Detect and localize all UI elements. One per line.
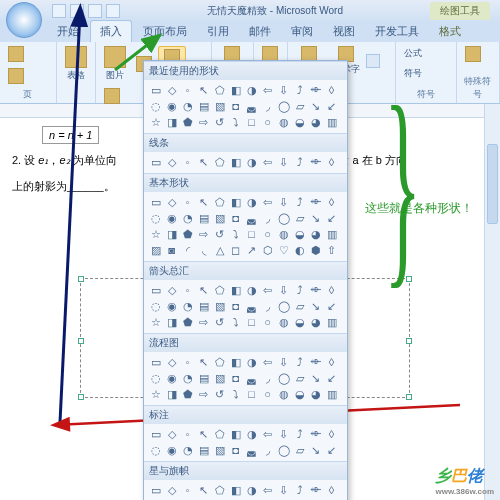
shape-item[interactable]: ◇ [164,283,179,298]
contextual-tab-label[interactable]: 绘图工具 [430,2,490,20]
shape-item[interactable]: ◒ [292,387,307,402]
shape-item[interactable]: ⤴ [292,155,307,170]
shape-item[interactable]: □ [244,387,259,402]
shape-item[interactable]: ◔ [180,211,195,226]
shape-item[interactable]: ◯ [276,371,291,386]
shape-item[interactable]: ↘ [308,371,323,386]
shape-item[interactable]: ⇩ [276,83,291,98]
shape-item[interactable]: ◍ [276,387,291,402]
shape-item[interactable]: ◍ [276,115,291,130]
shape-item[interactable]: ◜ [180,243,195,258]
shape-item[interactable]: ◯ [276,299,291,314]
shape-item[interactable]: ⇦ [260,483,275,498]
shape-item[interactable]: ○ [260,387,275,402]
shape-item[interactable]: ◍ [276,315,291,330]
cover-page-button[interactable] [4,44,28,64]
shape-item[interactable]: ◑ [244,283,259,298]
shape-item[interactable]: ◊ [324,195,339,210]
shape-item[interactable]: ▱ [292,443,307,458]
shape-item[interactable]: ◨ [164,115,179,130]
resize-handle[interactable] [406,338,412,344]
shape-item[interactable]: ○ [260,115,275,130]
shape-item[interactable]: ◌ [148,443,163,458]
shape-item[interactable]: ⤴ [292,83,307,98]
shape-item[interactable]: ◟ [196,243,211,258]
shape-item[interactable]: ◘ [228,99,243,114]
shape-item[interactable]: ◉ [164,99,179,114]
shape-item[interactable]: ◘ [228,299,243,314]
shape-item[interactable]: ◨ [164,315,179,330]
qat-redo-icon[interactable] [88,4,102,18]
shape-item[interactable]: ◕ [308,227,323,242]
shape-item[interactable]: ▱ [292,211,307,226]
shape-item[interactable]: ◊ [324,83,339,98]
shape-item[interactable]: ▥ [324,227,339,242]
shape-item[interactable]: ◌ [148,299,163,314]
qat-undo-icon[interactable] [70,4,84,18]
shape-item[interactable]: ▭ [148,427,163,442]
scrollbar-thumb[interactable] [487,144,498,224]
shape-item[interactable]: ⇩ [276,483,291,498]
tab-mailings[interactable]: 邮件 [240,21,280,42]
tab-layout[interactable]: 页面布局 [134,21,196,42]
tab-developer[interactable]: 开发工具 [366,21,428,42]
shape-item[interactable]: ☆ [148,387,163,402]
shape-item[interactable]: ◒ [292,115,307,130]
shape-item[interactable]: ▭ [148,283,163,298]
shape-item[interactable]: ◛ [244,299,259,314]
shape-item[interactable]: ◑ [244,155,259,170]
shape-item[interactable]: ◧ [228,483,243,498]
shape-item[interactable]: ⤴ [292,283,307,298]
shape-item[interactable]: ◛ [244,371,259,386]
shape-item[interactable]: ▨ [148,243,163,258]
shape-item[interactable]: ◊ [324,427,339,442]
shape-item[interactable]: ◦ [180,427,195,442]
shape-item[interactable]: ⬡ [260,243,275,258]
shape-item[interactable]: ◑ [244,483,259,498]
shape-item[interactable]: ◞ [260,299,275,314]
shape-item[interactable]: ↖ [196,483,211,498]
shape-item[interactable]: ▧ [212,443,227,458]
shape-item[interactable]: ↙ [324,371,339,386]
shape-item[interactable]: ◇ [164,83,179,98]
vertical-scrollbar[interactable] [484,104,500,500]
shape-item[interactable]: ◉ [164,443,179,458]
shape-item[interactable]: ⬲ [308,195,323,210]
shape-item[interactable]: ▱ [292,299,307,314]
resize-handle[interactable] [78,338,84,344]
shape-item[interactable]: ▤ [196,443,211,458]
qat-more-icon[interactable] [106,4,120,18]
shape-item[interactable]: ⇦ [260,283,275,298]
shape-item[interactable]: ⤵ [228,315,243,330]
shape-item[interactable]: ⬠ [212,483,227,498]
shape-item[interactable]: ◨ [164,227,179,242]
shape-item[interactable]: ◇ [164,483,179,498]
shape-item[interactable]: ↘ [308,299,323,314]
blank-page-button[interactable] [4,66,28,86]
resize-handle[interactable] [406,276,412,282]
shape-item[interactable]: ◔ [180,371,195,386]
shape-item[interactable]: ▤ [196,371,211,386]
shape-item[interactable]: ⬲ [308,427,323,442]
shape-item[interactable]: ↖ [196,155,211,170]
shape-item[interactable]: ↺ [212,387,227,402]
shape-item[interactable]: ⇧ [324,243,339,258]
shape-item[interactable]: ◛ [244,211,259,226]
shape-item[interactable]: ◕ [308,387,323,402]
shape-item[interactable]: ◨ [164,387,179,402]
shape-item[interactable]: ◑ [244,195,259,210]
resize-handle[interactable] [406,394,412,400]
shape-item[interactable]: ◧ [228,155,243,170]
shape-item[interactable]: ↖ [196,83,211,98]
shape-item[interactable]: ◧ [228,283,243,298]
mini-icon[interactable] [366,54,380,68]
shape-item[interactable]: ◔ [180,299,195,314]
shape-item[interactable]: ◉ [164,299,179,314]
shape-item[interactable]: ⇦ [260,355,275,370]
shape-item[interactable]: ◊ [324,483,339,498]
shape-item[interactable]: ⬟ [180,115,195,130]
shape-item[interactable]: ⤵ [228,227,243,242]
shape-item[interactable]: ◑ [244,83,259,98]
shape-item[interactable]: ⬠ [212,283,227,298]
shape-item[interactable]: ↙ [324,299,339,314]
